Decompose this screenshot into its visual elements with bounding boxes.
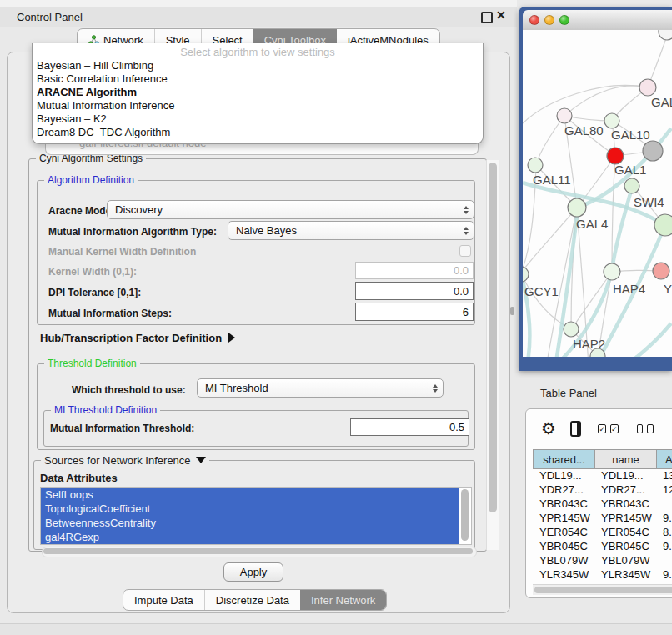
- data-attributes-list[interactable]: SelfLoopsTopologicalCoefficientBetweenne…: [40, 487, 472, 545]
- attribute-item-topologicalcoefficient[interactable]: TopologicalCoefficient: [41, 502, 459, 516]
- select-all-icon[interactable]: ✓: [610, 424, 619, 433]
- algorithm-option-mutual-information-inference[interactable]: Mutual Information Inference: [33, 99, 483, 112]
- table-cell: YPR145W: [594, 511, 656, 525]
- node-gal1[interactable]: [607, 148, 624, 164]
- network-canvas[interactable]: GALGAL80GAL10GAL1GAL11SWI4GAL4HAP4YGCY1H…: [523, 30, 672, 357]
- table-cell: 12: [656, 482, 672, 497]
- node-hap2[interactable]: [564, 322, 579, 337]
- node-big-green[interactable]: [654, 214, 672, 236]
- table-row[interactable]: YER054CYER054C8.: [533, 525, 672, 539]
- algorithm-option-bayesian-k2[interactable]: Bayesian – K2: [33, 112, 483, 126]
- node-swi4-label: SWI4: [634, 195, 664, 209]
- mac-minimize-icon[interactable]: [544, 15, 554, 25]
- deselect-all-icon[interactable]: [637, 424, 644, 433]
- table-row[interactable]: YBL079WYBL079W: [533, 553, 672, 568]
- attribute-item-selfloops[interactable]: SelfLoops: [41, 488, 459, 502]
- columns-icon[interactable]: [570, 421, 582, 437]
- settings-vertical-scrollbar[interactable]: [486, 160, 499, 550]
- table-horizontal-scrollbar[interactable]: [533, 584, 672, 595]
- dpi-tolerance-label: DPI Tolerance [0,1]:: [48, 287, 141, 298]
- node-gcy1[interactable]: [523, 267, 529, 282]
- mi-threshold-legend: MI Threshold Definition: [51, 404, 160, 416]
- bottom-tab-infer-network[interactable]: Infer Network: [300, 590, 386, 610]
- table-cell: YLR345W: [594, 568, 656, 582]
- node-gray[interactable]: [643, 141, 663, 161]
- control-panel-titlebar: Control Panel ✕: [0, 7, 517, 27]
- hub-section-toggle[interactable]: Hub/Transcription Factor Definition: [40, 332, 235, 344]
- mac-close-icon[interactable]: [529, 15, 539, 25]
- manual-kernel-label: Manual Kernel Width Definition: [48, 246, 196, 258]
- table-cell: YLR345W: [533, 568, 594, 582]
- combo-stepper-icon: [464, 227, 469, 235]
- which-threshold-combo[interactable]: MI Threshold: [197, 378, 444, 398]
- node-gal2[interactable]: [639, 79, 656, 96]
- splitter-handle[interactable]: [510, 307, 514, 315]
- float-panel-icon[interactable]: [481, 12, 493, 23]
- mi-steps-label: Mutual Information Steps:: [48, 308, 172, 319]
- deselect-all-icon[interactable]: [647, 424, 654, 433]
- settings-horizontal-scrollbar[interactable]: [42, 547, 477, 558]
- table-cell: YDR27...: [594, 482, 656, 497]
- mac-zoom-icon[interactable]: [559, 15, 569, 25]
- algorithm-option-bayesian-hill-climbing[interactable]: Bayesian – Hill Climbing: [33, 59, 483, 72]
- column-header-shared[interactable]: shared...: [533, 450, 594, 468]
- network-window-titlebar[interactable]: [523, 10, 672, 30]
- attributes-vertical-scrollbar[interactable]: [461, 489, 469, 541]
- network-view-window: GALGAL80GAL10GAL1GAL11SWI4GAL4HAP4YGCY1H…: [519, 7, 672, 371]
- combo-stepper-icon: [464, 206, 469, 214]
- column-header-name[interactable]: name: [594, 450, 656, 468]
- node-gal11-label: GAL11: [533, 172, 571, 187]
- table-cell: 9.: [656, 539, 672, 553]
- close-panel-icon[interactable]: ✕: [496, 8, 506, 22]
- column-header-a[interactable]: A: [656, 450, 672, 468]
- algorithm-option-aracne-algorithm[interactable]: ARACNE Algorithm: [33, 86, 483, 99]
- network-selector-combo[interactable]: galFiltered.sif default node: [45, 142, 479, 155]
- sources-legend-text: Sources for Network Inference: [44, 454, 191, 467]
- kernel-width-value: 0.0: [454, 264, 469, 277]
- node-gal10[interactable]: [604, 113, 619, 128]
- table-toolbar: ⚙ ✓ ✓: [526, 409, 672, 448]
- algorithm-option-basic-correlation-inference[interactable]: Basic Correlation Inference: [33, 72, 483, 86]
- table-cell: YBR043C: [533, 497, 594, 511]
- gear-icon[interactable]: ⚙: [541, 418, 556, 438]
- table-row[interactable]: YLR345WYLR345W9.: [533, 568, 672, 582]
- node-gal4[interactable]: [568, 198, 586, 217]
- node-partial-top[interactable]: [659, 30, 672, 40]
- table-row[interactable]: YPR145WYPR145W9.: [533, 511, 672, 525]
- bottom-tab-discretize-data[interactable]: Discretize Data: [204, 590, 300, 610]
- apply-button[interactable]: Apply: [223, 562, 283, 582]
- bottom-tab-impute-data[interactable]: Impute Data: [123, 590, 204, 610]
- table-row[interactable]: YBR043CYBR043C: [533, 497, 672, 511]
- algorithm-option-dream8-dc-tdc-algorithm[interactable]: Dream8 DC_TDC Algorithm: [33, 126, 483, 139]
- mi-threshold-field[interactable]: 0.5: [350, 418, 469, 436]
- node-gal11[interactable]: [528, 158, 543, 172]
- network-edge: [612, 188, 632, 270]
- node-gal80-label: GAL80: [564, 123, 604, 138]
- node-gal80[interactable]: [557, 108, 572, 123]
- dpi-tolerance-field[interactable]: 0.0: [355, 282, 474, 300]
- network-edge: [613, 323, 671, 357]
- mi-steps-field[interactable]: 6: [355, 302, 474, 321]
- algorithm-dropdown-popup: Select algorithm to view settings Bayesi…: [32, 43, 484, 144]
- manual-kernel-checkbox[interactable]: [459, 245, 471, 257]
- node-salmon-label: Y: [664, 282, 672, 296]
- attribute-item-gal4rgexp[interactable]: gal4RGexp: [41, 530, 459, 544]
- table-row[interactable]: YBR045CYBR045C9.: [533, 539, 672, 553]
- select-all-icon[interactable]: ✓: [598, 424, 606, 433]
- table-row[interactable]: YDR27...YDR27...12: [533, 482, 672, 497]
- node-hap4[interactable]: [604, 263, 620, 280]
- aracne-mode-combo[interactable]: Discovery: [107, 200, 474, 219]
- attribute-item-betweennesscentrality[interactable]: BetweennessCentrality: [41, 516, 459, 530]
- table-cell: 8.: [656, 525, 672, 539]
- table-cell: YBL079W: [533, 553, 594, 568]
- combo-stepper-icon: [433, 384, 438, 392]
- table-cell: YBL079W: [594, 553, 656, 568]
- sources-legend[interactable]: Sources for Network Inference: [41, 454, 209, 467]
- node-swi4[interactable]: [624, 178, 639, 193]
- table-row[interactable]: YDL19...YDL19...13: [533, 468, 672, 482]
- node-gcy1-label: GCY1: [524, 284, 559, 298]
- table-cell: YER054C: [594, 525, 656, 539]
- node-salmon[interactable]: [653, 262, 669, 279]
- hub-section-label: Hub/Transcription Factor Definition: [40, 332, 222, 344]
- mi-type-combo[interactable]: Naive Bayes: [228, 221, 474, 240]
